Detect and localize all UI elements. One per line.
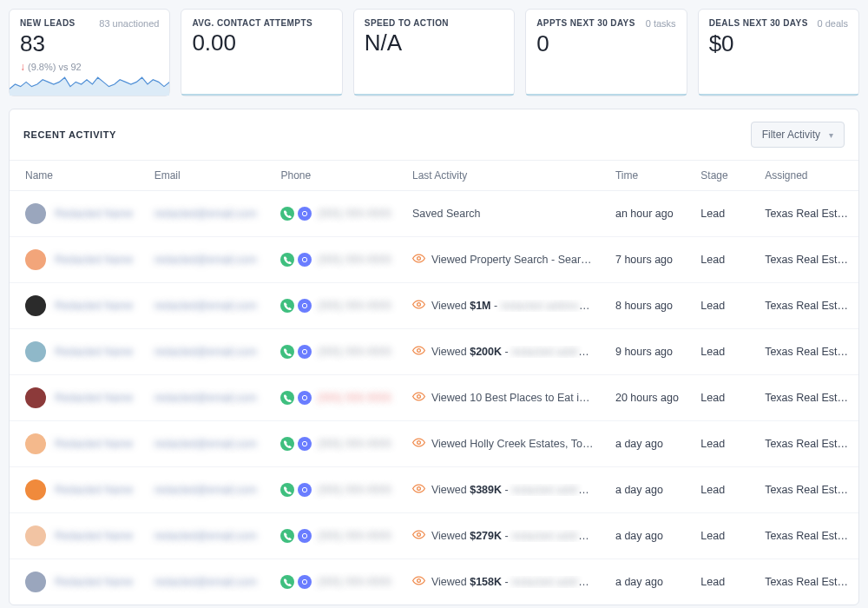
lead-phone[interactable]: (555) 555-5555 <box>317 208 391 220</box>
table-row[interactable]: Redacted Name redacted@email.com (555) 5… <box>10 191 858 237</box>
activity-time: an hour ago <box>605 191 690 237</box>
lead-assigned: Texas Real Est… <box>754 237 858 283</box>
lead-phone[interactable]: (555) 555-5555 <box>317 576 391 588</box>
lead-name[interactable]: Redacted Name <box>55 438 133 450</box>
svg-point-7 <box>303 395 307 400</box>
table-row[interactable]: Redacted Name redacted@email.com (555) 5… <box>10 513 858 559</box>
table-row[interactable]: Redacted Name redacted@email.com (555) 5… <box>10 283 858 329</box>
call-icon[interactable] <box>280 483 294 497</box>
metric-card[interactable]: DEALS NEXT 30 DAYS0 deals$0 <box>698 9 859 96</box>
table-row[interactable]: Redacted Name redacted@email.com (555) 5… <box>10 375 858 421</box>
lead-name[interactable]: Redacted Name <box>55 530 133 542</box>
eye-icon <box>412 436 425 452</box>
eye-icon <box>412 298 425 314</box>
lead-name[interactable]: Redacted Name <box>55 346 133 358</box>
lead-stage: Lead <box>690 559 754 605</box>
metric-value: N/A <box>365 30 503 56</box>
filter-activity-button[interactable]: Filter Activity ▾ <box>751 122 845 148</box>
lead-stage: Lead <box>690 191 754 237</box>
svg-point-12 <box>418 487 421 491</box>
lead-email[interactable]: redacted@email.com <box>155 530 257 542</box>
lead-name[interactable]: Redacted Name <box>55 208 133 220</box>
activity-time: 7 hours ago <box>605 237 690 283</box>
column-header[interactable]: Last Activity <box>402 161 605 191</box>
column-header[interactable]: Stage <box>690 161 754 191</box>
lead-name[interactable]: Redacted Name <box>55 254 133 266</box>
lead-email[interactable]: redacted@email.com <box>155 438 257 450</box>
activity-table: NameEmailPhoneLast ActivityTimeStageAssi… <box>10 160 858 605</box>
lead-phone[interactable]: (555) 555-5555 <box>317 392 391 404</box>
lead-stage: Lead <box>690 421 754 467</box>
sms-icon[interactable] <box>298 253 312 267</box>
lead-name[interactable]: Redacted Name <box>55 300 133 312</box>
lead-phone[interactable]: (555) 555-5555 <box>317 300 391 312</box>
lead-name[interactable]: Redacted Name <box>55 576 133 588</box>
lead-name[interactable]: Redacted Name <box>55 392 133 404</box>
sms-icon[interactable] <box>298 483 312 497</box>
call-icon[interactable] <box>280 391 294 405</box>
metric-label: NEW LEADS <box>20 18 76 28</box>
lead-email[interactable]: redacted@email.com <box>155 576 257 588</box>
lead-stage: Lead <box>690 329 754 375</box>
lead-email[interactable]: redacted@email.com <box>155 300 257 312</box>
lead-phone[interactable]: (555) 555-5555 <box>317 530 391 542</box>
metric-card[interactable]: SPEED TO ACTIONN/A <box>353 9 515 96</box>
column-header[interactable]: Assigned <box>754 161 858 191</box>
panel-title: RECENT ACTIVITY <box>23 129 116 140</box>
call-icon[interactable] <box>280 253 294 267</box>
lead-name[interactable]: Redacted Name <box>55 484 133 496</box>
metric-card[interactable]: NEW LEADS83 unactioned83↓(9.8%) vs 92 <box>9 9 170 96</box>
avatar <box>25 203 46 224</box>
metric-label: DEALS NEXT 30 DAYS <box>709 18 808 28</box>
metric-card[interactable]: AVG. CONTACT ATTEMPTS0.00 <box>181 9 342 96</box>
column-header[interactable]: Email <box>144 161 271 191</box>
lead-email[interactable]: redacted@email.com <box>155 346 257 358</box>
svg-point-1 <box>303 257 307 261</box>
call-icon[interactable] <box>280 437 294 451</box>
last-activity-text: Viewed Holly Creek Estates, Tomb… <box>431 438 595 450</box>
sms-icon[interactable] <box>298 345 312 359</box>
lead-email[interactable]: redacted@email.com <box>155 392 257 404</box>
metric-change-pct: (9.8%) <box>28 62 56 72</box>
column-header[interactable]: Name <box>10 161 144 191</box>
call-icon[interactable] <box>280 299 294 313</box>
lead-phone[interactable]: (555) 555-5555 <box>317 254 391 266</box>
call-icon[interactable] <box>280 529 294 543</box>
sms-icon[interactable] <box>298 529 312 543</box>
sms-icon[interactable] <box>298 437 312 451</box>
svg-point-3 <box>303 303 307 307</box>
lead-phone[interactable]: (555) 555-5555 <box>317 484 391 496</box>
column-header[interactable]: Phone <box>270 161 401 191</box>
lead-email[interactable]: redacted@email.com <box>155 484 257 496</box>
metric-value: 83 <box>20 30 159 57</box>
lead-email[interactable]: redacted@email.com <box>155 254 257 266</box>
metric-label: AVG. CONTACT ATTEMPTS <box>192 18 312 28</box>
table-row[interactable]: Redacted Name redacted@email.com (555) 5… <box>10 421 858 467</box>
table-row[interactable]: Redacted Name redacted@email.com (555) 5… <box>10 467 858 513</box>
call-icon[interactable] <box>280 207 294 221</box>
eye-icon <box>412 390 425 406</box>
call-icon[interactable] <box>280 575 294 589</box>
svg-point-11 <box>303 487 307 492</box>
lead-email[interactable]: redacted@email.com <box>155 208 257 220</box>
column-header[interactable]: Time <box>605 161 690 191</box>
last-activity-text: Saved Search <box>412 208 481 220</box>
lead-assigned: Texas Real Est… <box>754 375 858 421</box>
sms-icon[interactable] <box>298 299 312 313</box>
lead-phone[interactable]: (555) 555-5555 <box>317 346 391 358</box>
metric-aside: 0 deals <box>818 18 848 29</box>
table-row[interactable]: Redacted Name redacted@email.com (555) 5… <box>10 329 858 375</box>
metrics-row: NEW LEADS83 unactioned83↓(9.8%) vs 92 AV… <box>9 9 859 96</box>
metric-card[interactable]: APPTS NEXT 30 DAYS0 tasks0 <box>525 9 687 96</box>
table-row[interactable]: Redacted Name redacted@email.com (555) 5… <box>10 237 858 283</box>
metric-value: $0 <box>709 30 848 57</box>
sms-icon[interactable] <box>298 391 312 405</box>
table-row[interactable]: Redacted Name redacted@email.com (555) 5… <box>10 559 858 605</box>
last-activity-text: Viewed $389K - redacted address text <box>431 484 595 496</box>
call-icon[interactable] <box>280 345 294 359</box>
lead-phone[interactable]: (555) 555-5555 <box>317 438 391 450</box>
svg-point-6 <box>418 349 421 353</box>
metric-value: 0.00 <box>192 30 331 56</box>
sms-icon[interactable] <box>298 207 312 221</box>
sms-icon[interactable] <box>298 575 312 589</box>
